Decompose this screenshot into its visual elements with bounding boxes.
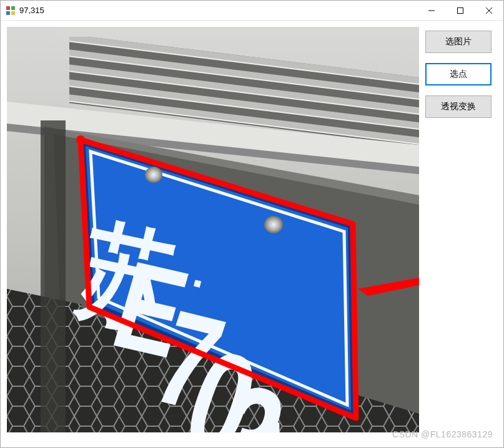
minimize-button[interactable]	[417, 1, 446, 20]
window-controls	[417, 1, 503, 20]
app-icon	[6, 6, 16, 16]
select-points-button[interactable]: 选点	[425, 63, 492, 85]
app-window: 97,315	[0, 0, 504, 448]
svg-point-27	[264, 216, 283, 233]
close-button[interactable]	[475, 1, 503, 20]
select-image-button[interactable]: 选图片	[425, 31, 492, 53]
svg-point-37	[76, 135, 85, 144]
svg-rect-5	[458, 7, 463, 13]
svg-rect-22	[41, 120, 66, 432]
client-area: 苏 E · 7 0 3 Y 5	[1, 21, 503, 447]
button-panel: 选图片 选点 透视变换	[425, 27, 492, 441]
image-canvas[interactable]: 苏 E · 7 0 3 Y 5	[7, 27, 419, 432]
maximize-button[interactable]	[446, 1, 475, 20]
perspective-transform-button[interactable]: 透视变换	[425, 95, 492, 118]
svg-rect-1	[11, 6, 15, 10]
svg-rect-15	[57, 27, 419, 37]
titlebar: 97,315	[1, 1, 503, 21]
svg-rect-2	[6, 11, 10, 15]
svg-point-26	[145, 167, 162, 183]
svg-rect-3	[11, 11, 15, 15]
svg-rect-0	[6, 6, 10, 10]
window-title: 97,315	[19, 6, 417, 15]
